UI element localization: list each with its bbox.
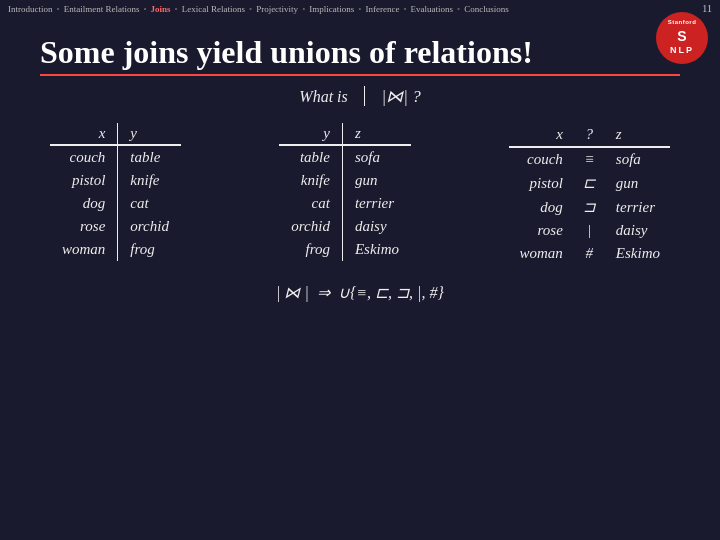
table-row: knife gun	[279, 169, 411, 192]
left-col-x: x	[50, 123, 118, 145]
nav-evaluations[interactable]: Evaluations	[411, 4, 454, 14]
left-col-y: y	[118, 123, 181, 145]
right-table: x ? z couch ≡ sofa pistol ⊏ gun	[509, 123, 670, 265]
middle-table: y z table sofa knife gun cat ter	[279, 123, 411, 261]
what-is-label: What is	[299, 88, 347, 105]
nav-projectivity[interactable]: Projectivity	[256, 4, 298, 14]
table-row: pistol ⊏ gun	[509, 171, 670, 195]
title-divider	[40, 74, 680, 76]
main-content: Some joins yield unions of relations! Wh…	[0, 17, 720, 312]
nav-entailment[interactable]: Entailment Relations	[64, 4, 140, 14]
table-row: cat terrier	[279, 192, 411, 215]
left-table: x y couch table pistol knife dog	[50, 123, 181, 261]
table-row: orchid daisy	[279, 215, 411, 238]
page-title: Some joins yield unions of relations!	[40, 35, 680, 70]
table-row: woman frog	[50, 238, 181, 261]
nav-inference[interactable]: Inference	[365, 4, 399, 14]
mid-col-y: y	[279, 123, 342, 145]
nav-joins[interactable]: Joins	[151, 4, 171, 14]
nav-lexical[interactable]: Lexical Relations	[182, 4, 245, 14]
table-row: frog Eskimo	[279, 238, 411, 261]
nav-implications[interactable]: Implications	[309, 4, 354, 14]
mid-col-z: z	[342, 123, 411, 145]
table-row: couch table	[50, 145, 181, 169]
table-row: woman # Eskimo	[509, 242, 670, 265]
title-area: Some joins yield unions of relations!	[40, 35, 680, 76]
nlp-logo: Stanford S NLP	[656, 12, 708, 64]
logo-circle: Stanford S NLP	[656, 12, 708, 64]
table-row: rose orchid	[50, 215, 181, 238]
right-col-z: z	[606, 123, 670, 147]
bottom-formula: | ⋈ | ⇒ ∪{≡, ⊏, ⊐, |, #}	[40, 283, 680, 302]
bowtie-symbol: |⋈| ?	[377, 87, 420, 106]
table-row: dog cat	[50, 192, 181, 215]
nav-items: Introduction • Entailment Relations • Jo…	[8, 4, 509, 14]
table-row: pistol knife	[50, 169, 181, 192]
right-col-op: ?	[573, 123, 606, 147]
formula-text: | ⋈ | ⇒ ∪{≡, ⊏, ⊐, |, #}	[276, 284, 444, 301]
table-row: table sofa	[279, 145, 411, 169]
nav-introduction[interactable]: Introduction	[8, 4, 53, 14]
nav-conclusions[interactable]: Conclusions	[464, 4, 509, 14]
table-row: rose | daisy	[509, 219, 670, 242]
table-row: couch ≡ sofa	[509, 147, 670, 171]
what-is-row: What is |⋈| ?	[40, 86, 680, 107]
right-col-x: x	[509, 123, 572, 147]
tables-area: x y couch table pistol knife dog	[50, 123, 670, 265]
topbar: Introduction • Entailment Relations • Jo…	[0, 0, 720, 17]
table-row: dog ⊐ terrier	[509, 195, 670, 219]
